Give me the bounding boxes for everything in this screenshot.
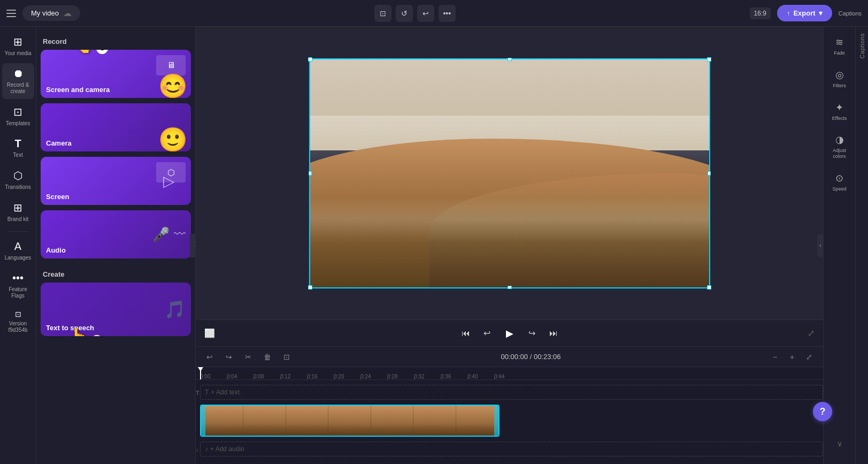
video-preview <box>196 27 823 320</box>
screen-label: Screen <box>46 193 69 201</box>
add-audio-area[interactable]: ♪ + Add audio <box>205 445 244 453</box>
clip-right-handle[interactable] <box>494 406 498 436</box>
ruler-mark-44: 0:44 <box>494 374 521 379</box>
your-media-icon: ⊞ <box>13 35 22 48</box>
fade-label: Fade <box>834 50 845 56</box>
timeline-tracks: T T + Add text <box>196 380 823 461</box>
playback-controls: ⬜ ⏮ ↩ ▶ ↪ ⏭ ⤢ <box>196 320 823 346</box>
right-nav-filters[interactable]: ◎ Filters <box>826 64 854 94</box>
brand-kit-label: Brand kit <box>7 216 28 223</box>
sidebar-item-languages[interactable]: A Languages <box>2 236 34 265</box>
forward-button[interactable]: ↪ <box>524 325 541 342</box>
record-icon: ⏺ <box>13 67 24 80</box>
export-button[interactable]: ↑ Export ▾ <box>777 5 832 21</box>
ruler-mark-24: 0:24 <box>360 374 387 379</box>
help-button[interactable]: ? <box>813 402 832 421</box>
step-badge-1: 1 <box>96 50 108 54</box>
top-bar-right: 16:9 ↑ Export ▾ Captions <box>750 5 862 21</box>
captions-side-panel: Captions <box>855 27 868 464</box>
clip-left-handle[interactable] <box>201 406 205 436</box>
sidebar-item-your-media[interactable]: ⊞ Your media <box>2 31 34 61</box>
right-nav-adjust-colors[interactable]: ◑ Adjust colors <box>826 128 854 165</box>
templates-label: Templates <box>6 120 30 127</box>
rotate-button[interactable]: ↺ <box>396 5 413 22</box>
camera-label: Camera <box>46 139 72 147</box>
video-title: My video <box>31 9 59 17</box>
play-button[interactable]: ▶ <box>500 324 519 343</box>
right-nav-fade[interactable]: ≋ Fade <box>826 31 854 62</box>
top-bar-left: My video ☁ <box>6 5 80 21</box>
right-panel-expand-button[interactable]: ‹ <box>817 234 824 257</box>
sidebar-item-text[interactable]: T Text <box>2 133 34 163</box>
fit-button[interactable]: ⤢ <box>802 349 817 364</box>
skip-forward-button[interactable]: ⏭ <box>545 325 562 342</box>
left-panel: Record 🖥 😊 Screen and camera 👆 1 🙂 Camer… <box>36 27 196 464</box>
sidebar-item-transitions[interactable]: ⬡ Transitions <box>2 165 34 195</box>
sidebar-item-brand-kit[interactable]: ⊞ Brand kit <box>2 197 34 227</box>
fullscreen-button[interactable]: ⤢ <box>808 328 815 338</box>
record-card-screen[interactable]: ⬡ ▷ Screen <box>41 157 191 205</box>
panel-chevron-down[interactable]: ∨ <box>837 439 842 448</box>
zoom-in-button[interactable]: + <box>785 349 800 364</box>
ruler-mark-8: 0:08 <box>254 374 280 379</box>
text-track-content: T + Add text <box>200 382 823 402</box>
zoom-out-button[interactable]: − <box>767 349 782 364</box>
collapse-panel-button[interactable]: ‹ <box>190 234 196 257</box>
create-section-title: Create <box>41 266 191 283</box>
nav-divider <box>7 231 29 232</box>
sidebar-item-templates[interactable]: ⊡ Templates <box>2 101 34 131</box>
record-card-audio[interactable]: 🎤 〰 Audio <box>41 210 191 258</box>
brand-kit-icon: ⊞ <box>13 201 22 214</box>
audio-track-content: ♪ + Add audio <box>200 439 823 459</box>
fade-icon: ≋ <box>835 36 843 48</box>
add-audio-icon: ♪ <box>205 445 208 453</box>
sidebar-item-version[interactable]: ⊡ Version f9d354b <box>2 306 34 338</box>
record-card-camera[interactable]: 🙂 Camera <box>41 103 191 151</box>
languages-icon: A <box>14 240 21 253</box>
video-title-tab[interactable]: My video ☁ <box>22 5 80 21</box>
monitor-button[interactable]: ⬜ <box>204 328 215 338</box>
right-nav-effects[interactable]: ✦ Effects <box>826 96 854 127</box>
captions-side-label: Captions <box>859 33 865 58</box>
record-card-tts[interactable]: 🎵 Text to speech 👆 2 <box>41 283 191 336</box>
screen-and-camera-label: Screen and camera <box>46 86 110 94</box>
redo-button[interactable]: ↪ <box>221 349 236 364</box>
copy-button[interactable]: ⊡ <box>279 349 294 364</box>
speed-label: Speed <box>832 186 846 192</box>
cloud-save-icon: ☁ <box>63 8 72 18</box>
video-track-content <box>200 404 823 438</box>
cut-button[interactable]: ✂ <box>241 349 256 364</box>
ruler-mark-0: 0:00 <box>200 374 227 379</box>
right-nav-speed[interactable]: ⊙ Speed <box>826 167 854 197</box>
skip-back-button[interactable]: ⏮ <box>457 325 474 342</box>
rewind-button[interactable]: ↩ <box>479 325 496 342</box>
more-options-button[interactable]: ••• <box>439 5 456 22</box>
revert-button[interactable]: ↩ <box>417 5 434 22</box>
hamburger-menu[interactable] <box>6 10 16 17</box>
crop-button[interactable]: ⊡ <box>374 5 391 22</box>
video-track-row <box>196 404 823 438</box>
record-card-screen-and-camera[interactable]: 🖥 😊 Screen and camera 👆 1 <box>41 50 191 98</box>
ruler-mark-36: 0:36 <box>441 374 467 379</box>
clip-thumb-3 <box>286 406 328 436</box>
sidebar-item-feature-flags[interactable]: ••• Feature Flags <box>2 268 34 303</box>
record-label: Record & create <box>4 82 32 95</box>
undo-button[interactable]: ↩ <box>202 349 217 364</box>
delete-button[interactable]: 🗑 <box>260 349 275 364</box>
clip-thumb-1 <box>201 406 243 436</box>
transitions-icon: ⬡ <box>13 169 22 182</box>
audio-track[interactable]: ♪ + Add audio <box>200 442 823 457</box>
audio-track-label-area: ♪ <box>196 444 200 454</box>
timeline-ruler: 0:00 0:04 0:08 0:12 0:16 0:20 0:24 0:28 … <box>196 367 823 380</box>
icon-nav: ⊞ Your media ⏺ Record & create ⊡ Templat… <box>0 27 36 464</box>
clip-thumb-7 <box>456 406 498 436</box>
text-track[interactable]: T + Add text <box>200 385 823 400</box>
ruler-mark-16: 0:16 <box>307 374 334 379</box>
sidebar-item-record-create[interactable]: ⏺ Record & create <box>2 63 34 99</box>
playhead[interactable] <box>200 367 201 379</box>
effects-icon: ✦ <box>835 102 843 113</box>
zoom-controls: − + ⤢ <box>767 349 817 364</box>
step-badge-2: 2 <box>91 335 103 336</box>
video-clip[interactable] <box>200 405 500 437</box>
add-text-area[interactable]: T + Add text <box>205 389 240 396</box>
